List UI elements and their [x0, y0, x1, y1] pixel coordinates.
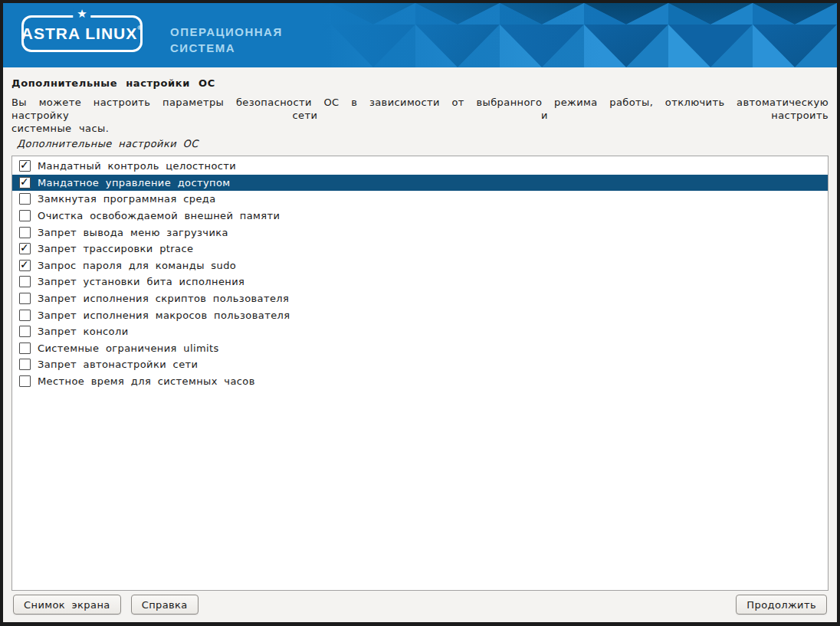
checkbox-unchecked-icon[interactable] — [19, 375, 31, 387]
option-label: Мандатный контроль целостности — [38, 160, 236, 172]
list-item[interactable]: Системные ограничения ulimits — [12, 340, 828, 357]
os-tagline: ОПЕРАЦИОННАЯ СИСТЕМА — [170, 24, 283, 56]
list-item[interactable]: Местное время для системных часов — [12, 373, 828, 390]
list-item[interactable]: Запрет автонастройки сети — [12, 356, 828, 373]
option-label: Запрет вывода меню загрузчика — [38, 227, 228, 238]
tagline-line1: ОПЕРАЦИОННАЯ — [170, 24, 283, 40]
page-title: Дополнительные настройки ОС — [11, 77, 829, 89]
list-item[interactable]: Запрет установки бита исполнения — [12, 274, 828, 290]
tagline-line2: СИСТЕМА — [170, 40, 283, 56]
astra-linux-logo: ★ ASTRA LINUX® — [21, 15, 143, 52]
installer-window: ★ ASTRA LINUX® ОПЕРАЦИОННАЯ СИСТЕМА Допо… — [3, 3, 837, 622]
option-label: Запрет трассировки ptrace — [38, 243, 193, 254]
description-line2: системные часы. — [11, 122, 829, 135]
help-button[interactable]: Справка — [131, 595, 199, 615]
list-item[interactable]: Запрет исполнения скриптов пользователя — [12, 290, 828, 307]
option-label: Запрет исполнения скриптов пользователя — [38, 293, 289, 304]
checkbox-unchecked-icon[interactable] — [19, 276, 31, 287]
list-item[interactable]: Запрет вывода меню загрузчика — [12, 224, 828, 241]
continue-button[interactable]: Продолжить — [736, 595, 827, 615]
main-content: Дополнительные настройки ОС Вы можете на… — [3, 77, 837, 591]
option-label: Мандатное управление доступом — [38, 177, 230, 188]
option-label: Очистка освобождаемой внешней памяти — [38, 210, 280, 221]
list-item[interactable]: Замкнутая программная среда — [12, 191, 828, 208]
option-label: Запрет консоли — [38, 326, 129, 337]
options-list[interactable]: ✓Мандатный контроль целостности✓Мандатно… — [11, 156, 829, 591]
list-item[interactable]: ✓Мандатное управление доступом — [12, 175, 828, 192]
list-item[interactable]: Запрет исполнения макросов пользователя — [12, 306, 828, 323]
checkbox-checked-icon[interactable]: ✓ — [19, 177, 31, 188]
checkbox-unchecked-icon[interactable] — [19, 227, 31, 238]
footer-bar: Снимок экрана Справка Продолжить — [3, 595, 837, 615]
list-item[interactable]: Запрет консоли — [12, 323, 828, 340]
list-item[interactable]: Очистка освобождаемой внешней памяти — [12, 208, 828, 225]
description-line1: Вы можете настроить параметры безопаснос… — [11, 96, 829, 122]
check-mark: ✓ — [20, 241, 29, 254]
check-mark: ✓ — [20, 258, 29, 270]
checkbox-unchecked-icon[interactable] — [19, 310, 31, 321]
option-label: Системные ограничения ulimits — [38, 342, 219, 354]
list-item[interactable]: ✓Мандатный контроль целостности — [12, 158, 828, 175]
option-label: Запрет автонастройки сети — [38, 359, 198, 370]
header-banner: ★ ASTRA LINUX® ОПЕРАЦИОННАЯ СИСТЕМА — [3, 3, 837, 67]
checkbox-checked-icon[interactable]: ✓ — [19, 260, 31, 271]
checkbox-unchecked-icon[interactable] — [19, 326, 31, 337]
check-mark: ✓ — [20, 175, 29, 188]
page-description: Вы можете настроить параметры безопаснос… — [11, 96, 829, 135]
option-label: Запрос пароля для команды sudo — [38, 260, 236, 271]
checkbox-unchecked-icon[interactable] — [19, 342, 31, 354]
check-mark: ✓ — [20, 159, 29, 171]
option-label: Запрет исполнения макросов пользователя — [38, 310, 290, 321]
checkbox-checked-icon[interactable]: ✓ — [19, 160, 31, 172]
list-item[interactable]: ✓Запрос пароля для команды sudo — [12, 257, 828, 274]
checkbox-unchecked-icon[interactable] — [19, 359, 31, 370]
checkbox-unchecked-icon[interactable] — [19, 293, 31, 304]
list-item[interactable]: ✓Запрет трассировки ptrace — [12, 241, 828, 257]
checkbox-unchecked-icon[interactable] — [19, 193, 31, 205]
option-label: Замкнутая программная среда — [38, 193, 216, 205]
checkbox-unchecked-icon[interactable] — [19, 210, 31, 221]
screenshot-button[interactable]: Снимок экрана — [13, 595, 121, 615]
registered-mark: ® — [137, 25, 143, 31]
option-label: Местное время для системных часов — [38, 375, 255, 387]
options-group-label: Дополнительные настройки ОС — [17, 137, 829, 150]
logo-text: ASTRA LINUX® — [21, 25, 143, 43]
checkbox-checked-icon[interactable]: ✓ — [19, 243, 31, 254]
star-icon: ★ — [73, 8, 90, 20]
option-label: Запрет установки бита исполнения — [38, 276, 244, 287]
